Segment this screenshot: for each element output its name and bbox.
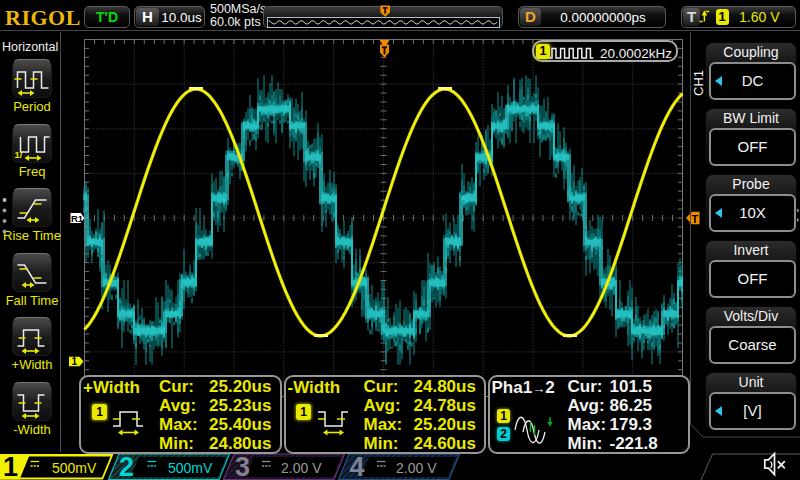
svg-text:R1: R1 <box>71 213 84 224</box>
svg-text:1: 1 <box>72 356 78 367</box>
svg-text:CH1: CH1 <box>691 70 706 96</box>
svg-text:1/: 1/ <box>15 149 23 160</box>
